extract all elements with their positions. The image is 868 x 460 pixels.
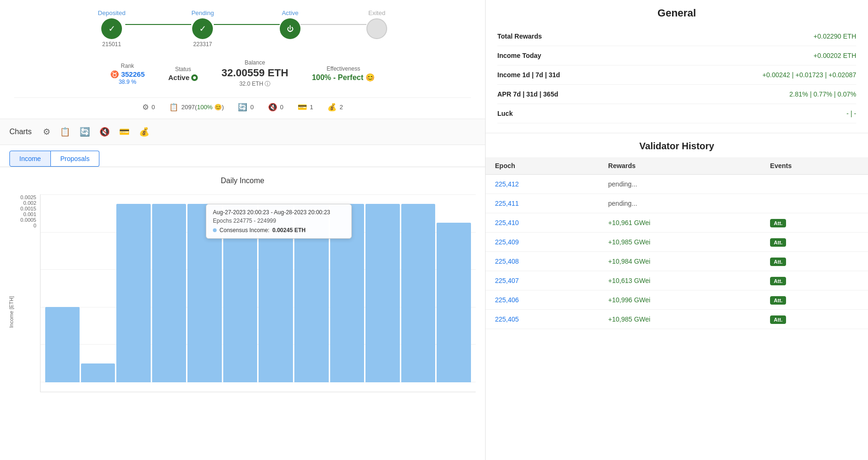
- att-badge: Att.: [770, 296, 786, 305]
- epoch-link[interactable]: 225,409: [495, 238, 519, 246]
- chart-inner: Aug-27-2023 20:00:23 - Aug-28-2023 20:00…: [40, 194, 476, 392]
- chart-bar[interactable]: [45, 307, 80, 382]
- rewards-cell: +10,985 GWei: [599, 310, 761, 329]
- general-row-label: Luck: [497, 104, 641, 123]
- general-title: General: [497, 7, 856, 19]
- y-axis-label: Income [ETH]: [8, 296, 14, 328]
- events-cell: [761, 175, 868, 194]
- active-dot-icon: [191, 74, 198, 81]
- active-icon: ⏻: [280, 18, 300, 39]
- rank-percent: 38.9 %: [110, 79, 145, 85]
- events-cell: Att.: [761, 252, 868, 271]
- effectiveness-item: Effectiveness 100% - Perfect 😊: [312, 65, 375, 82]
- connector-3: [300, 24, 366, 25]
- chart-bar[interactable]: [223, 204, 258, 382]
- step-pending: Pending ✓ 223317: [191, 9, 214, 48]
- general-row-label: Income 1d | 7d | 31d: [497, 65, 641, 85]
- info-icon: ⓘ: [265, 81, 270, 87]
- epoch-link[interactable]: 225,406: [495, 296, 519, 304]
- epoch-cell: 225,408: [486, 252, 599, 271]
- rank-value: ♉ 352265: [110, 70, 145, 79]
- epoch-link[interactable]: 225,410: [495, 219, 519, 226]
- deposits-icon: ⚙: [142, 103, 149, 112]
- badge-withdrawals: 💳 1: [298, 103, 313, 112]
- badge-slashings: 🔇 0: [268, 103, 284, 112]
- table-row: 225,410+10,961 GWeiAtt.: [486, 213, 868, 233]
- toolbar-sync-icon[interactable]: 🔄: [78, 125, 92, 139]
- toolbar-deposits-icon[interactable]: ⚙: [41, 125, 52, 139]
- chart-bar[interactable]: [152, 204, 187, 382]
- events-cell: Att.: [761, 291, 868, 310]
- table-row: 225,408+10,984 GWeiAtt.: [486, 252, 868, 271]
- y-axis: 0.0025 0.002 0.0015 0.001 0.0005 0: [9, 194, 40, 238]
- toolbar-withdrawals-icon[interactable]: 💳: [117, 125, 131, 139]
- rewards-icon: 💰: [327, 103, 337, 112]
- y-axis-container: Income [ETH] 0.0025 0.002 0.0015 0.001 0…: [9, 194, 40, 392]
- sync-icon: 🔄: [238, 103, 247, 112]
- epoch-link[interactable]: 225,412: [495, 180, 519, 188]
- att-badge: Att.: [770, 258, 786, 266]
- general-row-label: Total Rewards: [497, 27, 641, 46]
- badge-attestations: 📋 2097(100% 😊): [169, 103, 224, 112]
- general-table: Total Rewards+0.02290 ETHIncome Today+0.…: [497, 27, 856, 123]
- exited-icon: [366, 18, 387, 39]
- epoch-cell: 225,405: [486, 310, 599, 329]
- rewards-cell: +10,996 GWei: [599, 291, 761, 310]
- table-row: 225,405+10,985 GWeiAtt.: [486, 310, 868, 329]
- chart-bar[interactable]: [187, 204, 222, 382]
- charts-section: Charts ⚙ 📋 🔄 🔇 💳 💰 Income Proposals Dail…: [0, 119, 485, 460]
- status-item: Status Active: [168, 66, 198, 81]
- chart-bar[interactable]: [81, 363, 115, 382]
- history-section: Validator History Epoch Rewards Events 2…: [486, 133, 868, 460]
- epoch-cell: 225,411: [486, 194, 599, 213]
- validator-info-row: Rank ♉ 352265 38.9 % Status Active Balan…: [14, 57, 471, 90]
- general-row-value: +0.00242 | +0.01723 | +0.02087: [641, 65, 856, 85]
- epoch-cell: 225,407: [486, 271, 599, 291]
- chart-bar[interactable]: [294, 204, 329, 382]
- epoch-cell: 225,406: [486, 291, 599, 310]
- chart-bar[interactable]: [437, 223, 471, 382]
- step-deposited: Deposited ✓ 215011: [98, 9, 126, 48]
- history-table: Epoch Rewards Events 225,412pending...22…: [486, 157, 868, 329]
- tab-proposals[interactable]: Proposals: [51, 151, 99, 167]
- badge-deposits: ⚙ 0: [142, 103, 155, 112]
- rewards-cell: pending...: [599, 194, 761, 213]
- chart-bar[interactable]: [116, 204, 151, 382]
- events-cell: [761, 194, 868, 213]
- epoch-cell: 225,409: [486, 233, 599, 252]
- history-thead: Epoch Rewards Events: [486, 157, 868, 175]
- chart-tabs: Income Proposals: [0, 145, 485, 167]
- events-cell: Att.: [761, 233, 868, 252]
- validator-status: Deposited ✓ 215011 Pending ✓ 223317 Acti…: [0, 0, 485, 119]
- toolbar-rewards-icon[interactable]: 💰: [137, 125, 151, 139]
- attestations-icon: 📋: [169, 103, 178, 112]
- general-row-value: - | -: [641, 104, 856, 123]
- history-tbody: 225,412pending...225,411pending...225,41…: [486, 175, 868, 329]
- balance-item: Balance 32.00559 ETH 32.0 ETH ⓘ: [221, 59, 288, 88]
- col-events: Events: [761, 157, 868, 175]
- col-rewards: Rewards: [599, 157, 761, 175]
- right-panel: General Total Rewards+0.02290 ETHIncome …: [485, 0, 868, 460]
- connector-2: [214, 24, 280, 25]
- epoch-link[interactable]: 225,405: [495, 315, 519, 323]
- rank-item: Rank ♉ 352265 38.9 %: [110, 63, 145, 85]
- chart-bar[interactable]: [259, 204, 293, 382]
- general-row-label: APR 7d | 31d | 365d: [497, 85, 641, 104]
- left-panel: Deposited ✓ 215011 Pending ✓ 223317 Acti…: [0, 0, 485, 460]
- toolbar-attestations-icon[interactable]: 📋: [58, 125, 72, 139]
- chart-bar[interactable]: [330, 204, 365, 382]
- epoch-link[interactable]: 225,407: [495, 277, 519, 284]
- epoch-link[interactable]: 225,411: [495, 200, 519, 207]
- att-badge: Att.: [770, 315, 786, 324]
- chart-bar[interactable]: [365, 204, 400, 382]
- att-badge: Att.: [770, 238, 786, 247]
- epoch-cell: 225,412: [486, 175, 599, 194]
- table-row: 225,407+10,613 GWeiAtt.: [486, 271, 868, 291]
- tab-income[interactable]: Income: [9, 151, 51, 167]
- rewards-cell: +10,961 GWei: [599, 213, 761, 233]
- events-cell: Att.: [761, 271, 868, 291]
- epoch-link[interactable]: 225,408: [495, 258, 519, 265]
- general-row-label: Income Today: [497, 46, 641, 65]
- toolbar-slashings-icon[interactable]: 🔇: [97, 125, 112, 139]
- chart-bar[interactable]: [401, 204, 436, 382]
